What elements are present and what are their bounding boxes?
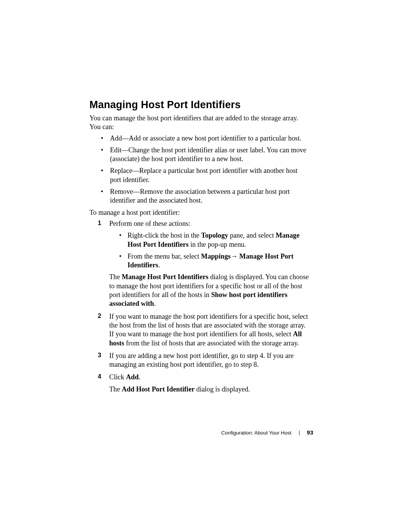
text-run: Right-click the host in the (127, 232, 201, 239)
step-4: 4 Click Add. The Add Host Port Identifie… (98, 373, 310, 394)
step-1: 1 Perform one of these actions: Right-cl… (98, 219, 310, 308)
list-item: Edit—Change the host port identifier ali… (101, 146, 310, 164)
page-number: 93 (307, 429, 313, 436)
step-4-result: The Add Host Port Identifier dialog is d… (109, 385, 310, 394)
step-number: 4 (98, 373, 101, 380)
step-number: 1 (98, 219, 101, 227)
step-number: 2 (98, 312, 101, 320)
text-run: . (139, 373, 140, 381)
text-run: dialog is displayed. (194, 385, 250, 393)
step-1-result: The Manage Host Port Identifiers dialog … (109, 273, 310, 308)
procedure-lead: To manage a host port identifier: (89, 208, 310, 217)
page-content: Managing Host Port Identifiers You can m… (89, 99, 310, 398)
bold-term: Add Host Port Identifier (122, 385, 194, 393)
step-1-sublist: Right-click the host in the Topology pan… (109, 231, 310, 270)
arrow-icon: → (231, 252, 239, 260)
text-run: The (109, 385, 122, 393)
action-bullet-list: Add—Add or associate a new host port ide… (89, 134, 310, 205)
text-run: . (154, 300, 156, 307)
step-number: 3 (98, 351, 101, 359)
text-run: from the list of hosts that are associat… (124, 339, 299, 347)
text-run: The (109, 273, 122, 281)
footer-section: Configuration: About Your Host (221, 430, 292, 436)
list-item: Replace—Replace a particular host port i… (101, 166, 310, 184)
text-run: . (158, 261, 160, 269)
bold-term: Manage Host Port Identifiers (122, 273, 209, 281)
list-item: Add—Add or associate a new host port ide… (101, 134, 310, 143)
text-run: pane, and select (228, 232, 276, 239)
procedure-steps: 1 Perform one of these actions: Right-cl… (89, 219, 310, 394)
bold-term: Add (126, 373, 139, 381)
list-item: Remove—Remove the association between a … (101, 187, 310, 205)
step-text: Perform one of these actions: (109, 220, 190, 227)
intro-paragraph: You can manage the host port identifiers… (89, 114, 310, 132)
bold-term: Mappings (201, 252, 231, 260)
list-item: From the menu bar, select Mappings→ Mana… (119, 252, 310, 270)
text-run: Click (109, 373, 126, 381)
text-run: From the menu bar, select (127, 252, 201, 260)
bold-term: Topology (201, 232, 228, 239)
page-footer: Configuration: About Your Host 93 (0, 429, 313, 436)
section-heading: Managing Host Port Identifiers (89, 99, 310, 111)
step-2: 2 If you want to manage the host port id… (98, 312, 310, 348)
text-run: in the pop-up menu. (189, 241, 246, 248)
text-run: If you want to manage the host port iden… (109, 313, 308, 338)
footer-divider (299, 431, 299, 435)
step-text: If you are adding a new host port identi… (109, 352, 294, 368)
list-item: Right-click the host in the Topology pan… (119, 231, 310, 249)
step-3: 3 If you are adding a new host port iden… (98, 351, 310, 369)
